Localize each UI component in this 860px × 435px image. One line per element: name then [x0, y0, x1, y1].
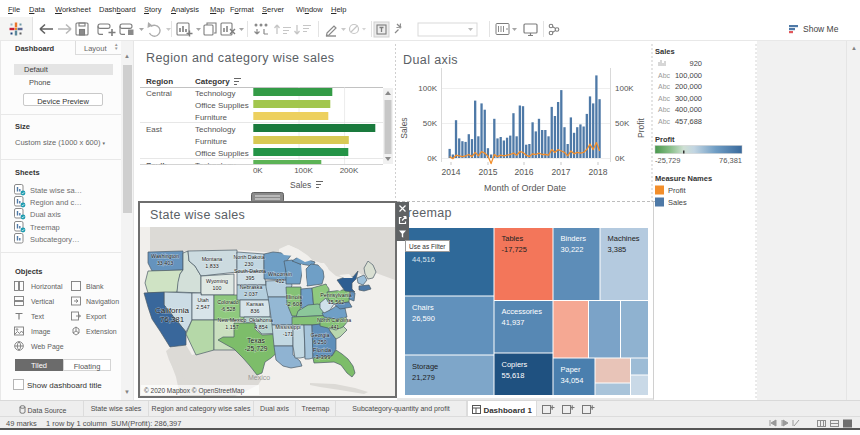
svg-text:Abc: Abc — [658, 106, 671, 113]
svg-text:Office Supplies: Office Supplies — [195, 101, 249, 110]
svg-text:Technology: Technology — [195, 125, 235, 134]
svg-text:Accessories: Accessories — [502, 307, 543, 316]
svg-text:200K: 200K — [340, 166, 359, 175]
svg-text:North Carolina: North Carolina — [317, 317, 351, 323]
svg-text:-17,725: -17,725 — [502, 245, 527, 254]
svg-text:Sales: Sales — [655, 47, 675, 56]
svg-text:836: 836 — [251, 308, 260, 314]
svg-text:15,562: 15,562 — [328, 299, 344, 305]
svg-text:26,590: 26,590 — [412, 314, 435, 323]
svg-text:North Dakota: North Dakota — [233, 254, 264, 260]
svg-text:Tables: Tables — [502, 234, 524, 243]
svg-text:Sales: Sales — [290, 180, 311, 190]
svg-text:Month of Order Date: Month of Order Date — [484, 183, 566, 193]
svg-text:Dual axis: Dual axis — [403, 53, 458, 67]
svg-text:Copiers: Copiers — [502, 360, 528, 369]
svg-text:Technology: Technology — [195, 89, 235, 98]
svg-text:Sales: Sales — [399, 117, 409, 138]
svg-text:Illinois: Illinois — [286, 294, 303, 300]
svg-text:2,037: 2,037 — [244, 291, 257, 297]
svg-text:395: 395 — [246, 275, 255, 281]
svg-text:Category: Category — [195, 77, 230, 86]
svg-text:Georgia: Georgia — [311, 332, 330, 338]
svg-text:Abc: Abc — [658, 95, 671, 102]
svg-text:Abc: Abc — [658, 72, 671, 79]
svg-text:Sales: Sales — [668, 198, 687, 207]
svg-text:100K: 100K — [294, 166, 313, 175]
svg-text:Kansas: Kansas — [246, 301, 264, 307]
svg-text:76,381: 76,381 — [719, 156, 742, 165]
svg-text:Storage: Storage — [412, 362, 438, 371]
svg-text:© 2020 Mapbox © OpenStreetMap: © 2020 Mapbox © OpenStreetMap — [144, 387, 245, 395]
svg-text:920: 920 — [689, 59, 702, 68]
svg-text:-2,608: -2,608 — [285, 301, 303, 307]
svg-text:50K: 50K — [615, 119, 630, 128]
svg-text:100: 100 — [213, 285, 222, 291]
svg-text:Abc: Abc — [658, 83, 671, 90]
svg-text:Furniture: Furniture — [195, 113, 228, 122]
svg-text:Profit: Profit — [655, 135, 675, 144]
svg-text:Region and category wise sales: Region and category wise sales — [146, 51, 335, 65]
svg-text:South Dakota: South Dakota — [234, 268, 266, 274]
svg-text:100K: 100K — [418, 84, 437, 93]
svg-text:50K: 50K — [423, 119, 438, 128]
svg-text:Nebraska: Nebraska — [240, 284, 263, 290]
svg-text:55,618: 55,618 — [502, 371, 525, 380]
svg-text:Colorado: Colorado — [217, 299, 239, 305]
svg-text:0K: 0K — [615, 154, 625, 163]
svg-text:Wyoming: Wyoming — [206, 278, 228, 284]
svg-text:-3,399: -3,399 — [313, 354, 331, 360]
svg-text:Florida: Florida — [313, 347, 332, 353]
svg-text:2016: 2016 — [515, 167, 534, 177]
svg-text:76,381: 76,381 — [160, 315, 185, 324]
svg-text:230: 230 — [245, 261, 254, 267]
svg-text:200,000: 200,000 — [675, 82, 702, 91]
svg-text:34,054: 34,054 — [561, 376, 584, 385]
svg-text:1,157: 1,157 — [225, 324, 238, 330]
svg-text:300,000: 300,000 — [675, 94, 702, 103]
svg-text:Texas: Texas — [247, 337, 265, 344]
svg-text:1,833: 1,833 — [205, 263, 218, 269]
svg-text:Binders: Binders — [561, 234, 587, 243]
svg-text:New Mexico: New Mexico — [218, 317, 247, 323]
svg-text:44,516: 44,516 — [412, 255, 435, 264]
svg-text:2,547: 2,547 — [196, 304, 209, 310]
svg-text:0K: 0K — [427, 154, 437, 163]
svg-text:Utah: Utah — [197, 297, 208, 303]
svg-text:41,937: 41,937 — [502, 318, 525, 327]
svg-text:2017: 2017 — [552, 167, 571, 177]
svg-text:33,403: 33,403 — [157, 260, 173, 266]
svg-text:402: 402 — [276, 278, 285, 284]
svg-text:100K: 100K — [615, 84, 634, 93]
svg-text:Pennsylvania: Pennsylvania — [320, 292, 352, 298]
svg-text:100,000: 100,000 — [675, 71, 702, 80]
svg-text:Measure Names: Measure Names — [655, 174, 712, 183]
svg-text:Region: Region — [146, 77, 173, 86]
svg-text:California: California — [155, 306, 189, 315]
svg-text:2015: 2015 — [479, 167, 498, 177]
svg-text:457,688: 457,688 — [675, 117, 702, 126]
svg-text:30,222: 30,222 — [561, 245, 584, 254]
svg-text:Mississippi: Mississippi — [275, 324, 301, 330]
svg-text:East: East — [146, 125, 163, 134]
svg-text:Office Supplies: Office Supplies — [195, 149, 249, 158]
svg-text:Furniture: Furniture — [195, 137, 228, 146]
svg-text:-6,528: -6,528 — [220, 306, 235, 312]
svg-text:Profit: Profit — [668, 186, 686, 195]
svg-text:Abc: Abc — [658, 118, 671, 125]
svg-text:400,000: 400,000 — [675, 105, 702, 114]
svg-text:Mexico: Mexico — [248, 374, 270, 381]
svg-text:Profit: Profit — [636, 117, 646, 137]
svg-text:3,385: 3,385 — [608, 245, 627, 254]
svg-text:Machines: Machines — [608, 234, 640, 243]
svg-text:Chairs: Chairs — [412, 303, 434, 312]
svg-text:4,854: 4,854 — [254, 324, 267, 330]
svg-text:Washington: Washington — [151, 253, 179, 259]
svg-text:-25,729: -25,729 — [244, 345, 267, 352]
svg-text:6,250: 6,250 — [313, 339, 326, 345]
svg-text:Oklahoma: Oklahoma — [249, 317, 273, 323]
svg-text:-441: -441 — [329, 324, 340, 330]
svg-text:21,279: 21,279 — [412, 373, 435, 382]
svg-text:Wisconsin: Wisconsin — [268, 271, 292, 277]
svg-text:Central: Central — [146, 89, 172, 98]
